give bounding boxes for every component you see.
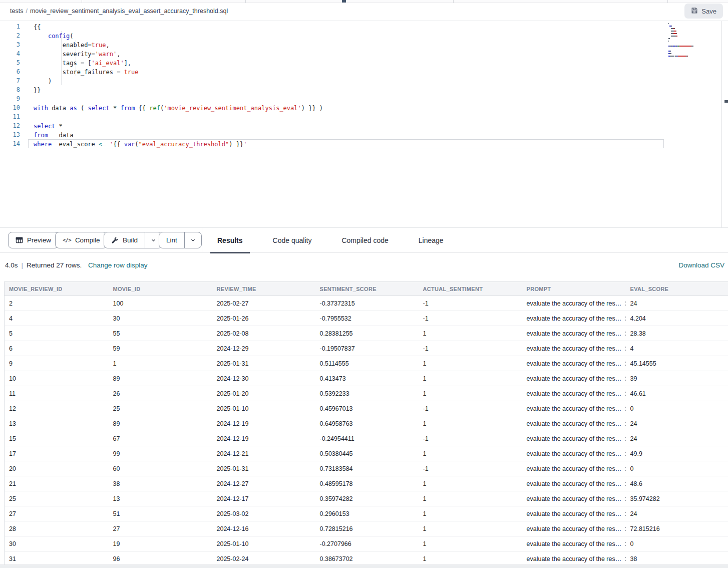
- build-button[interactable]: Build: [104, 232, 162, 248]
- expand-chevron-icon[interactable]: [624, 436, 625, 441]
- expand-chevron-icon[interactable]: [624, 301, 625, 306]
- table-cell: 31: [5, 551, 109, 566]
- code-line[interactable]: store_failures = true: [28, 67, 664, 76]
- table-cell: 27: [5, 506, 109, 521]
- code-line[interactable]: from data: [28, 130, 664, 139]
- expand-chevron-icon[interactable]: [624, 511, 625, 516]
- tab-lineage[interactable]: Lineage: [412, 228, 451, 253]
- table-cell: 1: [419, 551, 522, 566]
- prompt-cell: evaluate the accuracy of the res…: [522, 341, 626, 356]
- prompt-text: evaluate the accuracy of the res…: [527, 315, 622, 322]
- prompt-cell: evaluate the accuracy of the res…: [522, 386, 626, 401]
- tab-compiled-code[interactable]: Compiled code: [334, 228, 395, 253]
- prompt-cell: evaluate the accuracy of the res…: [522, 296, 626, 311]
- table-row: 25132024-12-170.359742821evaluate the ac…: [5, 491, 728, 506]
- lint-button[interactable]: Lint: [159, 232, 202, 248]
- preview-button[interactable]: Preview: [8, 232, 59, 248]
- expand-chevron-icon[interactable]: [624, 451, 625, 456]
- query-status: 4.0s|Returned 27 rows.: [5, 261, 82, 269]
- line-number: 14: [0, 139, 20, 148]
- table-cell: 1: [419, 356, 522, 371]
- code-line[interactable]: ): [28, 76, 664, 85]
- table-row: 10892024-12-300.4134731evaluate the accu…: [5, 371, 728, 386]
- line-number: 6: [0, 67, 20, 76]
- expand-chevron-icon[interactable]: [624, 331, 625, 336]
- prompt-cell: evaluate the accuracy of the res…: [522, 326, 626, 341]
- lint-dropdown-caret[interactable]: [185, 232, 201, 248]
- tab-results[interactable]: Results: [210, 228, 250, 253]
- table-cell: 1: [109, 356, 212, 371]
- code-line[interactable]: enabled=true,: [28, 40, 664, 49]
- change-row-display-link[interactable]: Change row display: [88, 261, 148, 269]
- expand-chevron-icon[interactable]: [624, 406, 625, 411]
- code-line[interactable]: }}: [28, 85, 664, 94]
- expand-chevron-icon[interactable]: [624, 556, 625, 561]
- expand-chevron-icon[interactable]: [624, 466, 625, 471]
- table-cell: 2024-12-30: [212, 371, 315, 386]
- compile-button[interactable]: </> Compile: [55, 232, 107, 248]
- breadcrumb-folder[interactable]: tests: [10, 8, 23, 15]
- code-editor[interactable]: 1234567891011121314 {{ config( enabled=t…: [0, 21, 728, 227]
- table-cell: 46.61: [626, 386, 728, 401]
- file-header-bar: tests/movie_review_sentiment_analysis_ev…: [0, 3, 728, 21]
- prompt-text: evaluate the accuracy of the res…: [527, 345, 622, 352]
- prompt-text: evaluate the accuracy of the res…: [527, 390, 622, 397]
- table-cell: 24: [626, 506, 728, 521]
- table-row: 912025-01-310.51145551evaluate the accur…: [5, 356, 728, 371]
- save-button[interactable]: Save: [684, 4, 723, 19]
- table-cell: 45.14555: [626, 356, 728, 371]
- code-line[interactable]: with data as ( select * from {{ ref('mov…: [28, 103, 664, 112]
- table-cell: 5: [5, 326, 109, 341]
- prompt-cell: evaluate the accuracy of the res…: [522, 536, 626, 551]
- download-csv-link[interactable]: Download CSV: [678, 261, 724, 269]
- table-cell: 2024-12-27: [212, 476, 315, 491]
- code-line[interactable]: config(: [28, 31, 664, 40]
- code-line[interactable]: [28, 94, 664, 103]
- prompt-text: evaluate the accuracy of the res…: [527, 450, 622, 457]
- table-cell: 19: [109, 536, 212, 551]
- table-row: 27512025-03-020.29601531evaluate the acc…: [5, 506, 728, 521]
- table-cell: 0.73183584: [315, 461, 419, 476]
- action-toolbar: Preview </> Compile Build: [0, 227, 728, 253]
- table-cell: 12: [5, 401, 109, 416]
- table-cell: 11: [5, 386, 109, 401]
- expand-chevron-icon[interactable]: [624, 496, 625, 501]
- table-cell: 96: [109, 551, 212, 566]
- table-cell: 28: [5, 521, 109, 536]
- rows-returned: Returned 27 rows.: [27, 261, 82, 269]
- breadcrumb-separator: /: [26, 8, 27, 15]
- code-line[interactable]: tags = ['ai_eval'],: [28, 58, 664, 67]
- table-row: 12252025-01-100.45967013-1evaluate the a…: [5, 401, 728, 416]
- code-line[interactable]: select *: [28, 121, 664, 130]
- editor-minimap[interactable]: [668, 23, 718, 58]
- table-cell: 49.9: [626, 446, 728, 461]
- tab-code-quality[interactable]: Code quality: [266, 228, 319, 253]
- table-cell: 0.28381255: [315, 326, 419, 341]
- expand-chevron-icon[interactable]: [624, 316, 625, 321]
- table-cell: 0.35974282: [315, 491, 419, 506]
- table-cell: 51: [109, 506, 212, 521]
- expand-chevron-icon[interactable]: [624, 361, 625, 366]
- expand-chevron-icon[interactable]: [624, 421, 625, 426]
- expand-chevron-icon[interactable]: [624, 346, 625, 351]
- code-content[interactable]: {{ config( enabled=true, severity='warn'…: [28, 22, 664, 148]
- table-cell: 1: [419, 416, 522, 431]
- expand-chevron-icon[interactable]: [624, 541, 625, 546]
- table-cell: 2025-01-10: [212, 536, 315, 551]
- code-line[interactable]: where eval_score <= '{{ var("eval_accura…: [28, 139, 664, 148]
- expand-chevron-icon[interactable]: [624, 526, 625, 531]
- expand-chevron-icon[interactable]: [624, 481, 625, 486]
- expand-chevron-icon[interactable]: [624, 376, 625, 381]
- line-number-gutter: 1234567891011121314: [0, 22, 20, 148]
- code-line[interactable]: {{: [28, 22, 664, 31]
- table-cell: -1: [419, 296, 522, 311]
- prompt-text: evaluate the accuracy of the res…: [527, 375, 622, 382]
- expand-chevron-icon[interactable]: [624, 391, 625, 396]
- code-line[interactable]: [28, 112, 664, 121]
- horizontal-scrollbar[interactable]: [0, 564, 728, 568]
- table-cell: 2024-12-21: [212, 446, 315, 461]
- editor-scrollbar-marker[interactable]: [724, 100, 728, 103]
- table-cell: 4: [5, 311, 109, 326]
- table-row: 20602025-01-310.73183584-1evaluate the a…: [5, 461, 728, 476]
- code-line[interactable]: severity='warn',: [28, 49, 664, 58]
